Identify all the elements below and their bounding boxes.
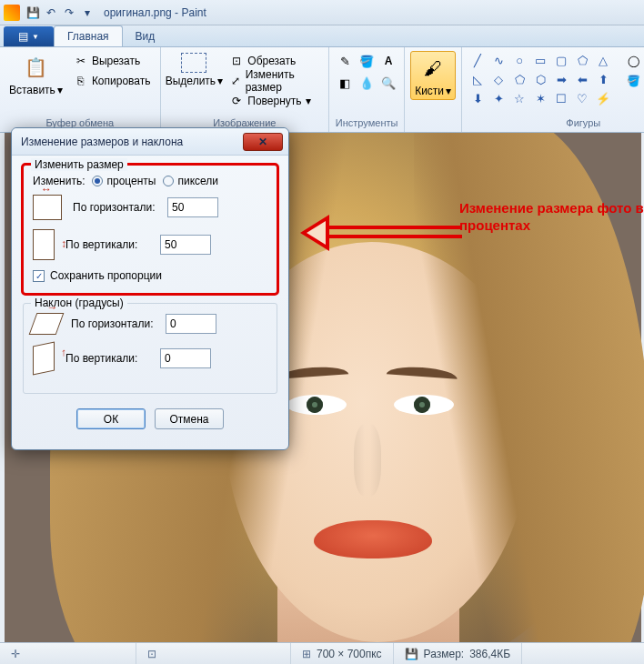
group-brushes: 🖌 Кисти▾ xyxy=(405,47,462,132)
vertical-label: По вертикали: xyxy=(65,238,149,251)
shape-rtriangle-icon[interactable]: ◺ xyxy=(468,70,488,88)
shape-arrow-d-icon[interactable]: ⬇ xyxy=(468,89,488,107)
skew-horizontal-label: По горизонтали: xyxy=(71,317,155,330)
scissors-icon: ✂ xyxy=(74,54,88,68)
copy-button[interactable]: ⎘Копировать xyxy=(70,71,155,91)
rotate-button[interactable]: ⟳Повернуть ▾ xyxy=(226,91,323,111)
shape-hexagon-icon[interactable]: ⬡ xyxy=(530,70,550,88)
qat-save-icon[interactable]: 💾 xyxy=(24,4,42,22)
resize-button[interactable]: ⤢Изменить размер xyxy=(226,71,323,91)
skew-horizontal-input[interactable] xyxy=(166,314,216,334)
shape-arrow-u-icon[interactable]: ⬆ xyxy=(593,70,613,88)
skew-fieldset: Наклон (градусы) По горизонтали: По верт… xyxy=(23,303,277,394)
paint-app-icon xyxy=(4,5,20,21)
keep-aspect-label: Сохранить пропорции xyxy=(50,269,162,282)
eraser-tool-icon[interactable]: ◧ xyxy=(335,73,355,93)
copy-icon: ⎘ xyxy=(74,74,88,88)
ok-button[interactable]: ОК xyxy=(76,408,146,429)
cut-button[interactable]: ✂Вырезать xyxy=(70,51,155,71)
file-menu-button[interactable]: ▤ ▼ xyxy=(4,26,54,46)
dropdown-icon: ▾ xyxy=(217,75,223,87)
crosshair-icon: ✛ xyxy=(11,648,20,660)
shape-lightning-icon[interactable]: ⚡ xyxy=(593,89,613,107)
tab-view[interactable]: Вид xyxy=(123,26,168,46)
eyedropper-tool-icon[interactable]: 💧 xyxy=(357,73,377,93)
skew-vertical-input[interactable] xyxy=(160,348,211,368)
magnifier-tool-icon[interactable]: 🔍 xyxy=(378,73,398,93)
window-title: оригинал.png - Paint xyxy=(104,6,206,19)
radio-percent[interactable]: проценты xyxy=(92,175,156,187)
radio-pixels[interactable]: пиксели xyxy=(163,175,218,187)
shape-callout-icon[interactable]: ☐ xyxy=(551,89,571,107)
shape-star5-icon[interactable]: ☆ xyxy=(509,89,529,107)
keep-aspect-checkbox[interactable]: ✓ Сохранить пропорции xyxy=(33,269,267,282)
status-file-size: 💾Размер: 386,4КБ xyxy=(394,643,522,664)
selection-size-icon: ⊡ xyxy=(147,648,156,660)
shape-triangle-icon[interactable]: △ xyxy=(593,51,613,69)
shape-rect-icon[interactable]: ▭ xyxy=(530,51,550,69)
shape-diamond-icon[interactable]: ◇ xyxy=(488,70,508,88)
size-label: Размер: xyxy=(424,648,465,660)
status-selection-size: ⊡ xyxy=(136,643,291,664)
annotation-arrow-icon xyxy=(326,226,462,238)
resize-legend: Изменить размер xyxy=(31,158,127,171)
outline-icon: ◯ xyxy=(626,54,640,68)
fill-tool-icon[interactable]: 🪣 xyxy=(357,51,377,71)
crop-label: Обрезать xyxy=(247,55,296,67)
qat-customize-icon[interactable]: ▾ xyxy=(78,4,96,22)
shape-polygon-icon[interactable]: ⬠ xyxy=(572,51,592,69)
vertical-input[interactable] xyxy=(160,235,211,255)
shape-star6-icon[interactable]: ✶ xyxy=(530,89,550,107)
status-image-dims: ⊞700 × 700пкс xyxy=(291,643,394,664)
shape-roundrect-icon[interactable]: ▢ xyxy=(551,51,571,69)
brushes-button[interactable]: 🖌 Кисти▾ xyxy=(410,51,456,100)
cancel-button[interactable]: Отмена xyxy=(155,408,224,429)
ribbon: 📋 Вставить▾ ✂Вырезать ⎘Копировать Буфер … xyxy=(0,47,644,133)
rotate-icon: ⟳ xyxy=(229,94,244,108)
shape-outline-button[interactable]: ◯Контур▾ xyxy=(622,51,644,71)
qat-undo-icon[interactable]: ↶ xyxy=(42,4,60,22)
paste-button[interactable]: 📋 Вставить▾ xyxy=(5,51,66,98)
select-rect-icon xyxy=(181,53,206,73)
annotation-text: Изменение размера фото в процентах xyxy=(459,200,644,235)
group-clipboard: 📋 Вставить▾ ✂Вырезать ⎘Копировать Буфер … xyxy=(0,47,161,132)
radio-percent-label: проценты xyxy=(106,175,156,187)
size-value: 386,4КБ xyxy=(469,648,510,660)
shape-arrow-r-icon[interactable]: ➡ xyxy=(551,70,571,88)
group-shapes: ╱ ∿ ○ ▭ ▢ ⬠ △ ◺ ◇ ⬠ ⬡ ➡ ⬅ ⬆ ⬇ ✦ ☆ ✶ ☐ ♡ xyxy=(462,47,644,132)
radio-pixels-label: пиксели xyxy=(177,175,218,187)
dialog-titlebar[interactable]: Изменение размеров и наклона ✕ xyxy=(12,128,288,156)
group-image: Выделить▾ ⊡Обрезать ⤢Изменить размер ⟳По… xyxy=(161,47,330,132)
shape-heart-icon[interactable]: ♡ xyxy=(572,89,592,107)
shape-arrow-l-icon[interactable]: ⬅ xyxy=(572,70,592,88)
image-dims-icon: ⊞ xyxy=(302,648,311,660)
resize-fieldset: Изменить размер Изменить: проценты пиксе… xyxy=(23,165,277,294)
select-button[interactable]: Выделить▾ xyxy=(166,51,223,89)
dialog-close-button[interactable]: ✕ xyxy=(243,133,283,151)
qat-redo-icon[interactable]: ↷ xyxy=(60,4,78,22)
horizontal-skew-icon xyxy=(29,313,65,335)
horizontal-resize-icon xyxy=(33,195,62,220)
pencil-tool-icon[interactable]: ✎ xyxy=(335,51,355,71)
annotation-arrowhead-icon xyxy=(300,215,329,251)
brush-icon: 🖌 xyxy=(418,54,448,83)
dropdown-icon: ▼ xyxy=(32,33,39,41)
shape-oval-icon[interactable]: ○ xyxy=(509,51,529,69)
vertical-resize-icon xyxy=(33,229,55,260)
shapes-gallery[interactable]: ╱ ∿ ○ ▭ ▢ ⬠ △ ◺ ◇ ⬠ ⬡ ➡ ⬅ ⬆ ⬇ ✦ ☆ ✶ ☐ ♡ xyxy=(468,51,613,107)
shape-line-icon[interactable]: ╱ xyxy=(468,51,488,69)
shape-pentagon-icon[interactable]: ⬠ xyxy=(509,70,529,88)
clipboard-icon: 📋 xyxy=(21,53,50,82)
shape-fill-button[interactable]: 🪣Заливка▾ xyxy=(622,71,644,91)
paste-label: Вставить xyxy=(9,84,55,96)
brushes-group-label xyxy=(410,128,456,130)
dropdown-icon: ▾ xyxy=(446,85,451,97)
shape-curve-icon[interactable]: ∿ xyxy=(488,51,508,69)
horizontal-input[interactable] xyxy=(167,197,218,217)
radio-unchecked-icon xyxy=(163,176,174,186)
tab-home[interactable]: Главная xyxy=(54,25,123,46)
shape-star4-icon[interactable]: ✦ xyxy=(488,89,508,107)
skew-legend: Наклон (градусы) xyxy=(31,297,127,309)
close-icon: ✕ xyxy=(258,136,267,148)
text-tool-icon[interactable]: A xyxy=(378,51,398,71)
